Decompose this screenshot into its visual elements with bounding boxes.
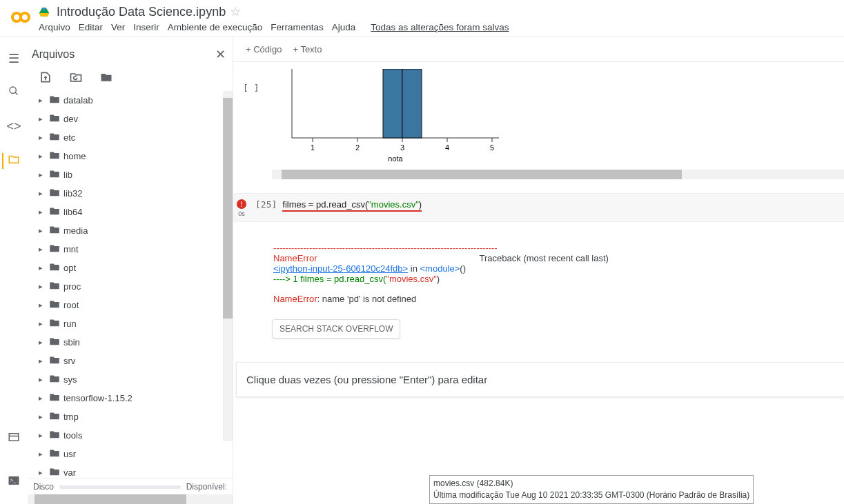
- menubar: Arquivo Editar Ver Inserir Ambiente de e…: [39, 22, 509, 32]
- svg-point-1: [21, 13, 29, 21]
- tree-item-tools[interactable]: ▸tools: [30, 426, 233, 445]
- code-line[interactable]: filmes = pd.read_csv("movies.csv"): [282, 196, 422, 212]
- folder-icon: [48, 168, 61, 182]
- file-tree[interactable]: ▸datalab▸dev▸etc▸home▸lib▸lib32▸lib64▸me…: [28, 91, 233, 478]
- tree-item-home[interactable]: ▸home: [30, 147, 233, 165]
- tree-item-run[interactable]: ▸run: [30, 314, 233, 333]
- mount-drive-icon[interactable]: [99, 70, 113, 84]
- svg-text:5: 5: [490, 143, 494, 152]
- header: Introdução Data Science.ipynb ☆ Arquivo …: [0, 0, 844, 37]
- chevron-right-icon: ▸: [39, 96, 46, 105]
- toc-icon[interactable]: ☰: [8, 51, 19, 66]
- error-indicator-icon[interactable]: !: [237, 199, 246, 209]
- save-status[interactable]: Todas as alterações foram salvas: [371, 22, 509, 32]
- menu-ambiente[interactable]: Ambiente de execução: [168, 22, 262, 32]
- notebook-title[interactable]: Introdução Data Science.ipynb: [57, 5, 226, 19]
- search-icon[interactable]: [8, 85, 19, 100]
- tree-item-tmp[interactable]: ▸tmp: [30, 407, 233, 426]
- chart-svg: 1 2 3 4 5 nota: [278, 69, 513, 165]
- variables-icon[interactable]: [8, 431, 20, 447]
- folder-icon: [48, 112, 61, 126]
- tree-item-opt[interactable]: ▸opt: [30, 259, 233, 277]
- tree-item-dev[interactable]: ▸dev: [30, 110, 233, 128]
- folder-icon: [48, 298, 61, 312]
- tooltip-line1: movies.csv (482.84K): [433, 478, 749, 490]
- tree-item-root[interactable]: ▸root: [30, 296, 233, 314]
- tree-item-etc[interactable]: ▸etc: [30, 128, 233, 147]
- folder-icon: [48, 428, 61, 443]
- tree-item-sys[interactable]: ▸sys: [30, 370, 233, 389]
- tree-item-var[interactable]: ▸var: [30, 463, 233, 478]
- tree-item-datalab[interactable]: ▸datalab: [30, 91, 233, 110]
- svg-text:3: 3: [400, 143, 404, 152]
- tree-item-tensorflow-1.15.2[interactable]: ▸tensorflow-1.15.2: [30, 389, 233, 407]
- search-stack-overflow-button[interactable]: SEARCH STACK OVERFLOW: [272, 319, 400, 339]
- folder-icon: [48, 242, 61, 256]
- disk-label: Disco: [33, 482, 54, 492]
- upload-icon[interactable]: [39, 70, 52, 84]
- tree-item-label: tmp: [63, 412, 79, 422]
- menu-inserir[interactable]: Inserir: [133, 22, 159, 32]
- menu-ferramentas[interactable]: Ferramentas: [271, 22, 324, 32]
- tree-item-lib64[interactable]: ▸lib64: [30, 203, 233, 221]
- output-hscroll[interactable]: [272, 170, 844, 179]
- svg-line-6: [15, 92, 17, 94]
- folder-icon: [48, 465, 61, 478]
- chevron-right-icon: ▸: [39, 412, 46, 421]
- tree-item-label: tensorflow-1.15.2: [63, 393, 133, 403]
- chevron-right-icon: ▸: [39, 263, 46, 272]
- tree-item-proc[interactable]: ▸proc: [30, 277, 233, 296]
- files-icon[interactable]: [2, 153, 20, 169]
- snippets-icon[interactable]: <>: [6, 119, 21, 134]
- tree-item-label: tools: [63, 430, 82, 441]
- chevron-right-icon: ▸: [39, 208, 46, 216]
- tree-item-mnt[interactable]: ▸mnt: [30, 240, 233, 259]
- tree-item-srv[interactable]: ▸srv: [30, 352, 233, 370]
- star-icon[interactable]: ☆: [230, 4, 241, 19]
- tree-item-sbin[interactable]: ▸sbin: [30, 333, 233, 352]
- tree-item-label: run: [63, 319, 77, 329]
- traceback-link[interactable]: <ipython-input-25-606120c24fdb>: [273, 263, 408, 274]
- svg-rect-24: [402, 69, 422, 138]
- tree-item-label: opt: [63, 263, 76, 273]
- terminal-icon[interactable]: >_: [8, 474, 20, 490]
- chevron-right-icon: ▸: [39, 114, 46, 123]
- disk-status: Disco Disponível:: [28, 478, 233, 494]
- tree-item-lib32[interactable]: ▸lib32: [30, 184, 233, 203]
- menu-ver[interactable]: Ver: [111, 22, 125, 32]
- file-tooltip: movies.csv (482.84K) Última modificação …: [429, 475, 754, 504]
- tree-item-lib[interactable]: ▸lib: [30, 165, 233, 184]
- refresh-icon[interactable]: [69, 70, 83, 84]
- svg-marker-4: [39, 13, 50, 17]
- chevron-right-icon: ▸: [39, 189, 46, 198]
- tree-item-label: lib: [63, 170, 72, 180]
- menu-editar[interactable]: Editar: [79, 22, 103, 32]
- tree-item-media[interactable]: ▸media: [30, 221, 233, 240]
- menu-ajuda[interactable]: Ajuda: [332, 22, 356, 32]
- chevron-right-icon: ▸: [39, 301, 46, 310]
- file-tree-scrollbar[interactable]: [223, 91, 233, 441]
- add-code-button[interactable]: + Código: [246, 44, 282, 54]
- chevron-right-icon: ▸: [39, 170, 46, 179]
- tree-item-label: var: [63, 467, 76, 478]
- folder-icon: [48, 335, 61, 350]
- tree-item-label: dev: [63, 114, 78, 124]
- chevron-right-icon: ▸: [39, 394, 46, 403]
- tree-item-label: lib64: [63, 207, 82, 217]
- chevron-right-icon: ▸: [39, 338, 46, 347]
- empty-text-cell[interactable]: Clique duas vezes (ou pressione "Enter")…: [236, 362, 844, 397]
- close-icon[interactable]: ✕: [215, 47, 226, 62]
- code-cell-25[interactable]: ! 0s [25] filmes = pd.read_csv("movies.c…: [233, 193, 844, 222]
- tree-item-usr[interactable]: ▸usr: [30, 445, 233, 463]
- exec-time: 0s: [238, 210, 245, 217]
- tree-item-label: proc: [63, 281, 81, 292]
- svg-text:nota: nota: [389, 154, 404, 163]
- folder-icon: [48, 279, 61, 294]
- sidebar-hscroll[interactable]: [28, 494, 233, 504]
- add-text-button[interactable]: + Texto: [293, 44, 322, 54]
- tree-item-label: home: [63, 151, 86, 161]
- menu-arquivo[interactable]: Arquivo: [39, 22, 70, 32]
- notebook[interactable]: [ ] 1 2 3 4 5 nota: [233, 62, 844, 504]
- chart-output: [ ] 1 2 3 4 5 nota: [233, 62, 844, 165]
- chevron-right-icon: ▸: [39, 468, 46, 477]
